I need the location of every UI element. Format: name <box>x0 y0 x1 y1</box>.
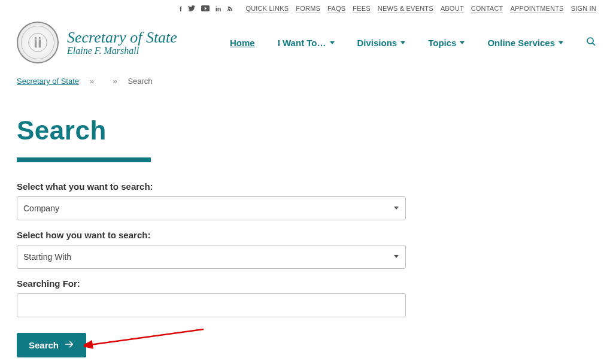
label-what: Select what you want to search: <box>17 181 596 192</box>
top-link-news[interactable]: NEWS & EVENTS <box>378 5 433 13</box>
chevron-down-icon <box>400 41 405 44</box>
nav-divisions[interactable]: Divisions <box>357 38 406 48</box>
nav-topics-label: Topics <box>428 38 456 48</box>
page-title: Search <box>17 116 596 145</box>
brand-title: Secretary of State <box>67 29 177 47</box>
state-seal-icon <box>17 22 59 63</box>
nav-iwantto[interactable]: I Want To… <box>278 38 335 48</box>
top-link-signin[interactable]: SIGN IN <box>571 5 596 13</box>
breadcrumb-current: Search <box>128 77 152 86</box>
search-button-label: Search <box>29 340 59 350</box>
select-how[interactable]: Starting With <box>17 245 406 269</box>
search-button[interactable]: Search <box>17 333 86 357</box>
utility-bar: f in QUICK LINKS FORMS FAQS FEES NEWS & … <box>0 0 613 16</box>
top-link-faqs[interactable]: FAQS <box>327 5 345 13</box>
main-nav: Home I Want To… Divisions Topics Online … <box>230 37 596 49</box>
title-underline <box>17 157 151 162</box>
nav-online-label: Online Services <box>487 38 555 48</box>
nav-topics[interactable]: Topics <box>428 38 465 48</box>
site-brand: Secretary of State Elaine F. Marshall <box>67 29 177 56</box>
top-link-appointments[interactable]: APPOINTMENTS <box>510 5 563 13</box>
svg-point-3 <box>39 37 41 39</box>
top-link-forms[interactable]: FORMS <box>296 5 320 13</box>
nav-online-services[interactable]: Online Services <box>487 38 563 48</box>
top-link-quicklinks[interactable]: QUICK LINKS <box>245 5 289 13</box>
rss-icon[interactable] <box>227 5 233 13</box>
twitter-icon[interactable] <box>188 5 195 13</box>
breadcrumb-root[interactable]: Secretary of State <box>17 77 79 86</box>
breadcrumb-sep: » <box>113 77 117 86</box>
social-icons: f in <box>180 5 233 13</box>
breadcrumb: Secretary of State » » Search <box>0 74 613 86</box>
chevron-down-icon <box>330 41 335 44</box>
nav-home[interactable]: Home <box>230 38 255 48</box>
breadcrumb-sep: » <box>90 77 94 86</box>
linkedin-icon[interactable]: in <box>216 5 221 13</box>
search-icon[interactable] <box>586 37 596 49</box>
nav-divisions-label: Divisions <box>357 38 397 48</box>
svg-point-4 <box>587 38 593 44</box>
chevron-down-icon <box>559 41 563 44</box>
site-header: Secretary of State Elaine F. Marshall Ho… <box>0 16 613 74</box>
svg-line-5 <box>593 43 595 45</box>
youtube-icon[interactable] <box>201 5 210 13</box>
svg-point-1 <box>29 34 47 52</box>
select-what[interactable]: Company <box>17 196 406 220</box>
top-link-contact[interactable]: CONTACT <box>471 5 503 13</box>
brand-subtitle: Elaine F. Marshall <box>67 46 177 56</box>
facebook-icon[interactable]: f <box>180 5 182 13</box>
label-for: Searching For: <box>17 278 596 289</box>
top-link-about[interactable]: ABOUT <box>441 5 464 13</box>
search-input[interactable] <box>17 293 406 317</box>
svg-point-2 <box>35 37 37 39</box>
nav-iwantto-label: I Want To… <box>278 38 326 48</box>
label-how: Select how you want to search: <box>17 230 596 240</box>
main-content: Search Select what you want to search: C… <box>0 86 613 357</box>
chevron-down-icon <box>460 41 465 44</box>
arrow-right-icon <box>65 340 74 350</box>
top-link-fees[interactable]: FEES <box>353 5 371 13</box>
